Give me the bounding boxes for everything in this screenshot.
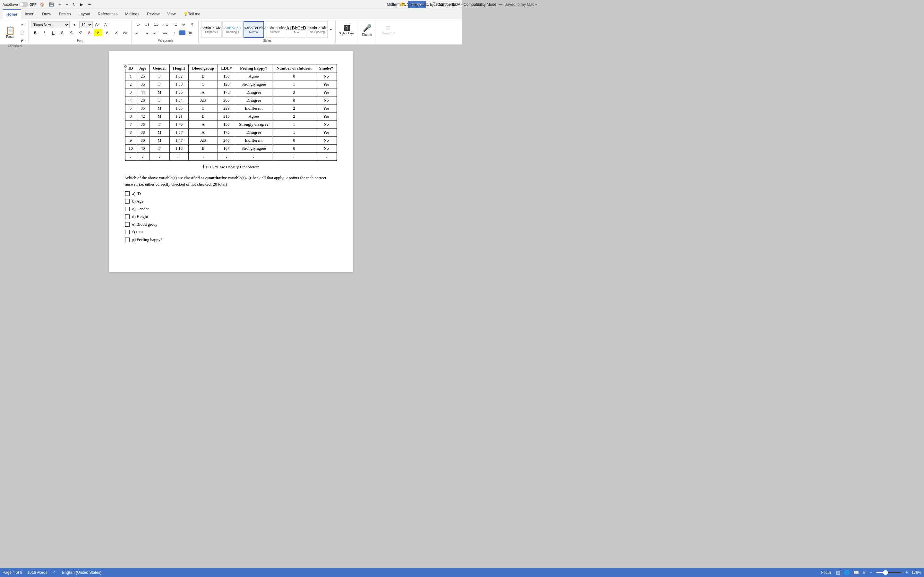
multilevel-button[interactable]: ≡≡ <box>152 21 160 28</box>
table-cell: No <box>316 73 336 81</box>
tab-references[interactable]: References <box>94 9 121 19</box>
autosave-toggle[interactable]: AutoSave OFF <box>3 2 37 7</box>
shading-button[interactable] <box>179 31 186 35</box>
tab-mailings[interactable]: Mailings <box>121 9 143 19</box>
table-cell: 10 <box>126 145 136 153</box>
strikethrough-button[interactable]: S <box>58 29 66 36</box>
tab-review[interactable]: Review <box>143 9 163 19</box>
align-left-button[interactable]: ≡← <box>134 29 142 36</box>
heading1-label: Heading 1 <box>226 31 239 34</box>
table-cell: 4 <box>126 97 136 105</box>
style-normal[interactable]: AaBbCcDdE Normal <box>244 21 264 38</box>
checkbox-e[interactable] <box>125 222 129 227</box>
tab-layout[interactable]: Layout <box>75 9 94 19</box>
clear-format-button[interactable]: ✕ <box>112 29 120 36</box>
show-hide-button[interactable]: ¶ <box>188 21 196 28</box>
sort-button[interactable]: ↕A <box>179 21 187 28</box>
table-cell: Strongly agree <box>235 81 272 89</box>
autosave-switch[interactable] <box>19 2 28 7</box>
checkbox-f[interactable] <box>125 230 129 234</box>
bullets-button[interactable]: ≡• <box>134 21 142 28</box>
italic-button[interactable]: I <box>40 29 48 36</box>
style-nospacing[interactable]: AaBbCcDdE No Spacing <box>307 21 328 38</box>
increase-font-button[interactable]: A↑ <box>94 21 102 28</box>
styles-more-button[interactable]: ▾ <box>328 21 333 38</box>
decrease-indent-button[interactable]: ←≡ <box>161 21 170 28</box>
tab-view[interactable]: View <box>164 9 180 19</box>
format-painter-button[interactable]: 🖌 <box>18 37 26 44</box>
cut-button[interactable]: ✂ <box>18 21 26 28</box>
tab-insert[interactable]: Insert <box>21 9 38 19</box>
undo-arrow[interactable]: ▾ <box>65 2 69 7</box>
more-tools-button[interactable]: ••• <box>86 2 93 7</box>
document-area: ✛ ID Age Gender Height Blood group LDL† … <box>0 45 462 278</box>
checkbox-label-f: f) LDL <box>132 229 144 235</box>
table-cell: : <box>218 153 235 161</box>
style-subtitle[interactable]: AaBbCcDdEe Subtitle <box>265 21 285 38</box>
paste-label: Paste <box>6 35 15 39</box>
tab-draw[interactable]: Draw <box>38 9 55 19</box>
increase-indent-button[interactable]: →≡ <box>170 21 178 28</box>
sensitivity-button[interactable]: 🛡 Sensitivity <box>381 21 395 39</box>
checkbox-label-g: g) Feeling happy? <box>132 237 162 242</box>
para-row2: ≡← ≡ ≡→ ≡≡ ↕ ⊞ <box>134 29 196 36</box>
justify-button[interactable]: ≡≡ <box>161 29 170 36</box>
style-title[interactable]: AaBbCcD Title <box>286 21 306 38</box>
checkbox-g[interactable] <box>125 237 129 242</box>
table-body: 125F1.62B150Agree0No235F1.58O123Strongly… <box>126 73 337 161</box>
numbering-button[interactable]: ≡1 <box>143 21 152 28</box>
paste-button[interactable]: 📋 Paste <box>3 23 17 41</box>
align-center-button[interactable]: ≡ <box>143 29 152 36</box>
table-cell: 44 <box>136 89 149 97</box>
table-cell: Strongly agree <box>235 145 272 153</box>
paragraph-controls: ≡• ≡1 ≡≡ ←≡ →≡ ↕A ¶ ≡← ≡ ≡→ ≡≡ ↕ ⊞ <box>134 21 196 36</box>
underline-button[interactable]: U <box>49 29 57 36</box>
save-button[interactable]: 💾 <box>48 2 55 7</box>
normal-text: AaBbCcDdE <box>244 26 264 31</box>
decrease-font-button[interactable]: A↓ <box>102 21 111 28</box>
redo-button[interactable]: ↻ <box>71 2 77 7</box>
style-heading1[interactable]: AaBbCcD Heading 1 <box>222 21 243 38</box>
borders-button[interactable]: ⊞ <box>186 29 194 36</box>
undo-button[interactable]: ↩ <box>57 2 63 7</box>
table-move-handle[interactable]: ✛ <box>123 64 128 69</box>
checkbox-c[interactable] <box>125 207 129 211</box>
table-row: 736F1.76A130Strongly disagree1No <box>126 121 337 129</box>
highlight-button[interactable]: A <box>94 29 102 36</box>
header-numchildren: Number of children <box>272 64 316 73</box>
checkbox-a[interactable] <box>125 191 129 196</box>
style-emphasis[interactable]: AaBbCcDdE Emphasis <box>201 21 222 38</box>
align-right-button[interactable]: ≡→ <box>152 29 160 36</box>
subscript-button[interactable]: X₂ <box>67 29 75 36</box>
present-button[interactable]: ▶ <box>79 2 84 7</box>
bold-button[interactable]: B <box>31 29 39 36</box>
table-cell: No <box>316 97 336 105</box>
superscript-button[interactable]: X² <box>76 29 84 36</box>
table-cell: Yes <box>316 113 336 121</box>
font-color-button[interactable]: A <box>85 29 94 36</box>
font-name-select[interactable]: Times New... <box>31 21 69 28</box>
dictate-button[interactable]: 🎤 Dictate <box>360 21 374 39</box>
table-row: 344M1.35A178Disagree3Yes <box>126 89 337 97</box>
font-size-select[interactable]: 12 <box>79 21 93 28</box>
checkbox-b[interactable] <box>125 199 129 203</box>
table-cell: O <box>188 105 218 113</box>
styles-pane-button[interactable]: 🅰 Styles Pane <box>340 21 354 39</box>
text-effects-button[interactable]: A <box>103 29 111 36</box>
font-name-expand[interactable]: ▾ <box>70 21 79 28</box>
change-case-button[interactable]: Aa <box>121 29 129 36</box>
tell-me-button[interactable]: 💡 Tell me <box>179 9 204 19</box>
checkbox-d[interactable] <box>125 214 129 219</box>
table-cell: 167 <box>218 145 235 153</box>
checkbox-item: b) Age <box>125 199 337 204</box>
home-button[interactable]: 🏠 <box>39 2 46 7</box>
lightbulb-icon: 💡 <box>183 12 188 16</box>
tab-design[interactable]: Design <box>55 9 74 19</box>
table-footnote: † LDL =Low Density Lipoprotein <box>125 164 337 169</box>
tab-home[interactable]: Home <box>3 9 21 19</box>
copy-button[interactable]: 📄 <box>18 29 26 36</box>
line-spacing-button[interactable]: ↕ <box>170 29 178 36</box>
table-cell: Strongly disagree <box>235 121 272 129</box>
paragraph-group-label: Paragraph <box>158 39 173 42</box>
table-cell: 40 <box>136 145 149 153</box>
